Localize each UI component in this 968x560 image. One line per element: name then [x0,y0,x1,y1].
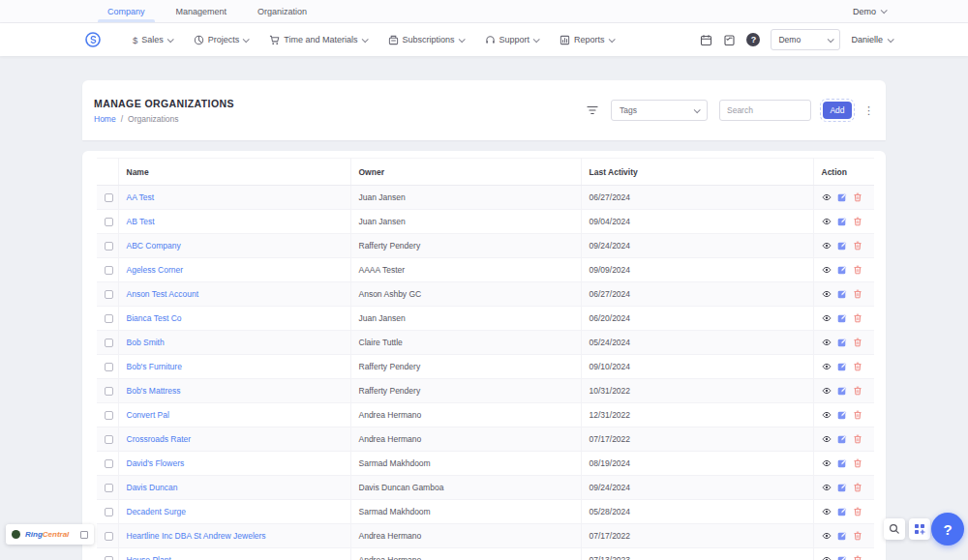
edit-icon[interactable] [837,458,847,468]
delete-icon[interactable] [853,241,862,251]
organization-link[interactable]: Heartline Inc DBA St Andrew Jewelers [127,531,266,541]
edit-icon[interactable] [837,410,847,420]
delete-icon[interactable] [853,289,862,299]
nav-item-reports[interactable]: Reports [551,35,622,45]
tags-filter-select[interactable]: Tags [611,100,708,121]
delete-icon[interactable] [853,507,862,516]
organization-link[interactable]: AB Test [127,217,155,226]
organization-link[interactable]: David's Flowers [127,458,185,468]
add-button[interactable]: Add [823,102,852,119]
edit-icon[interactable] [837,241,847,251]
organization-link[interactable]: Bob's Furniture [127,362,182,371]
delete-icon[interactable] [853,531,862,541]
nav-item-subscriptions[interactable]: Subscriptions [379,35,472,45]
view-icon[interactable] [822,410,832,420]
edit-icon[interactable] [837,192,847,202]
row-checkbox[interactable] [105,218,113,226]
view-icon[interactable] [822,458,832,468]
row-checkbox[interactable] [105,193,113,202]
row-checkbox[interactable] [105,290,113,299]
delete-icon[interactable] [853,434,862,444]
view-icon[interactable] [822,386,832,396]
view-icon[interactable] [822,313,832,323]
delete-icon[interactable] [853,410,862,420]
delete-icon[interactable] [853,265,862,275]
help-icon[interactable]: ? [746,33,760,46]
company-select[interactable]: Demo [771,29,840,50]
organization-link[interactable]: Bob's Mattress [127,386,181,396]
view-icon[interactable] [822,217,832,226]
organization-link[interactable]: Ageless Corner [127,265,184,275]
edit-icon[interactable] [837,386,847,396]
view-icon[interactable] [822,507,832,516]
nav-item-projects[interactable]: Projects [185,35,257,45]
view-icon[interactable] [822,241,832,251]
column-header-owner[interactable]: Owner [350,159,581,186]
edit-icon[interactable] [837,289,847,299]
organization-link[interactable]: Convert Pal [127,410,169,420]
delete-icon[interactable] [853,192,862,202]
row-checkbox[interactable] [105,411,113,420]
delete-icon[interactable] [853,458,862,468]
organization-link[interactable]: Bianca Test Co [127,313,182,323]
tab-organization[interactable]: Organization [242,0,322,22]
delete-icon[interactable] [853,386,862,396]
delete-icon[interactable] [853,217,862,226]
organization-link[interactable]: House Plant [127,555,171,560]
organization-link[interactable]: ABC Company [127,241,181,251]
edit-icon[interactable] [837,434,847,444]
tab-company[interactable]: Company [92,0,161,22]
view-icon[interactable] [822,289,832,299]
row-checkbox[interactable] [105,266,113,275]
row-checkbox[interactable] [105,387,113,396]
app-logo-icon[interactable] [85,32,101,47]
row-checkbox[interactable] [105,363,113,371]
organization-link[interactable]: Davis Duncan [127,483,178,492]
delete-icon[interactable] [853,483,862,492]
row-checkbox[interactable] [105,556,113,560]
view-icon[interactable] [822,338,832,347]
view-icon[interactable] [822,362,832,371]
calendar-icon[interactable] [700,34,712,46]
kebab-menu-icon[interactable]: ⋮ [863,105,874,116]
edit-icon[interactable] [837,555,847,560]
breadcrumb-home-link[interactable]: Home [94,114,116,124]
row-checkbox[interactable] [105,508,113,516]
view-icon[interactable] [822,531,832,541]
quick-search-button[interactable] [884,518,905,540]
column-header-name[interactable]: Name [118,159,350,186]
nav-item-sales[interactable]: $ Sales [124,35,181,45]
nav-item-support[interactable]: Support [476,35,548,45]
row-checkbox[interactable] [105,242,113,251]
view-icon[interactable] [822,555,832,560]
popout-icon[interactable] [80,531,88,539]
column-header-last-activity[interactable]: Last Activity [581,159,813,186]
organization-link[interactable]: Bob Smith [127,338,165,347]
edit-icon[interactable] [837,265,847,275]
view-icon[interactable] [822,192,832,202]
view-icon[interactable] [822,434,832,444]
search-input[interactable] [719,100,811,121]
row-checkbox[interactable] [105,532,113,541]
nav-item-time-and-materials[interactable]: Time and Materials [260,35,375,45]
delete-icon[interactable] [853,313,862,323]
row-checkbox[interactable] [105,484,113,492]
organization-link[interactable]: AA Test [127,192,155,202]
organization-link[interactable]: Crossroads Rater [127,434,192,444]
delete-icon[interactable] [853,338,862,347]
user-menu[interactable]: Danielle [851,35,892,44]
edit-icon[interactable] [837,362,847,371]
delete-icon[interactable] [853,362,862,371]
row-checkbox[interactable] [105,435,113,444]
filter-icon[interactable] [586,103,599,117]
edit-icon[interactable] [837,507,847,516]
view-icon[interactable] [822,265,832,275]
row-checkbox[interactable] [105,459,113,468]
edit-icon[interactable] [837,531,847,541]
help-fab-button[interactable]: ? [931,513,964,545]
organization-link[interactable]: Anson Test Account [127,289,199,299]
row-checkbox[interactable] [105,314,113,323]
delete-icon[interactable] [853,555,862,560]
edit-icon[interactable] [837,483,847,492]
organization-link[interactable]: Decadent Surge [127,507,186,516]
